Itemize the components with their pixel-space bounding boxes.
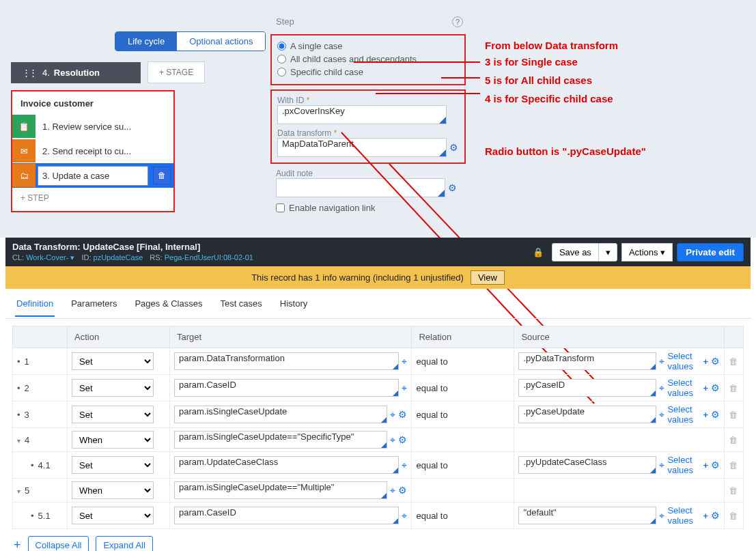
source-input[interactable]: .pyDataTransform — [518, 352, 656, 370]
crosshair-icon[interactable]: ⌖ — [390, 409, 395, 421]
gear-icon[interactable]: ⚙ — [711, 382, 720, 393]
dt-label: Data transform — [277, 128, 337, 138]
select-values-link[interactable]: Select values + — [667, 455, 708, 475]
target-input[interactable]: param.DataTransformation — [174, 352, 399, 370]
view-warnings-button[interactable]: View — [471, 270, 505, 285]
stage-name: Resolution — [54, 68, 100, 78]
gear-icon[interactable]: ⚙ — [711, 409, 720, 420]
delete-row-icon[interactable]: 🗑 — [729, 356, 738, 367]
stage-header: 4. Resolution + STAGE — [11, 61, 247, 83]
data-transform-ruleform: Data Transform: UpdateCase [Final, Inter… — [5, 238, 751, 551]
crosshair-icon[interactable]: ⌖ — [402, 356, 407, 367]
private-edit-button[interactable]: Private edit — [677, 243, 744, 262]
with-id-input[interactable]: .pxCoverInsKey — [277, 105, 447, 124]
enable-nav-checkbox[interactable]: Enable navigation link — [266, 197, 470, 218]
crosshair-icon[interactable]: ⌖ — [390, 485, 395, 496]
action-select[interactable]: Set — [72, 352, 154, 370]
tab-definition[interactable]: Definition — [15, 296, 55, 317]
case-icon: 🗂 — [12, 164, 36, 187]
save-as-button[interactable]: Save as — [552, 243, 598, 262]
step-row-2[interactable]: ✉ 2. Send receipt to cu... — [12, 139, 173, 163]
tab-test-cases[interactable]: Test cases — [219, 296, 263, 317]
gear-icon[interactable]: ⚙ — [449, 142, 458, 153]
select-values-link[interactable]: Select values + — [667, 378, 708, 398]
annotation-line4: 4 is for Specific child case — [485, 93, 613, 104]
gear-icon[interactable]: ⚙ — [711, 460, 720, 470]
tab-history[interactable]: History — [279, 296, 309, 317]
crosshair-icon[interactable]: ⌖ — [402, 382, 407, 394]
radio-specific-child[interactable]: Specific child case — [277, 66, 459, 79]
process-invoice-customer: Invoice customer 📋 1. Review service su.… — [11, 90, 175, 212]
collapse-all-button[interactable]: Collapse All — [28, 536, 89, 551]
delete-row-icon[interactable]: 🗑 — [729, 511, 738, 521]
delete-row-icon[interactable]: 🗑 — [729, 383, 738, 393]
add-stage-button[interactable]: + STAGE — [148, 61, 205, 83]
source-input[interactable]: .pyUpdateCaseClass — [518, 456, 656, 474]
delete-row-icon[interactable]: 🗑 — [729, 435, 738, 445]
help-icon[interactable]: ? — [452, 16, 463, 27]
target-input[interactable]: param.CaseID — [174, 507, 399, 524]
gear-icon[interactable]: ⚙ — [398, 485, 407, 496]
action-select[interactable]: Set — [72, 406, 154, 423]
add-row-button[interactable]: + — [14, 538, 21, 551]
source-input[interactable]: .pyCaseID — [518, 379, 656, 397]
action-select[interactable]: Set — [72, 456, 154, 474]
id-value[interactable]: pzUpdateCase — [94, 253, 143, 262]
lock-icon: 🔒 — [529, 247, 548, 257]
crosshair-icon[interactable]: ⌖ — [402, 460, 407, 471]
definition-grid: Action Target Relation Source 1 Set para… — [12, 326, 744, 529]
delete-row-icon[interactable]: 🗑 — [729, 485, 738, 496]
stage-chip-resolution[interactable]: 4. Resolution — [11, 62, 141, 83]
table-row: 1 Set param.DataTransformation ⌖ equal t… — [13, 348, 744, 375]
target-input[interactable]: param.isSingleCaseUpdate — [174, 406, 387, 423]
rs-value[interactable]: Pega-EndUserUI:08-02-01 — [165, 253, 253, 262]
crosshair-icon[interactable]: ⌖ — [402, 510, 407, 522]
crosshair-icon[interactable]: ⌖ — [659, 510, 664, 522]
save-as-dropdown[interactable]: ▾ — [598, 243, 617, 262]
relation-cell — [412, 479, 514, 503]
target-input[interactable]: param.CaseID — [174, 379, 399, 397]
select-values-link[interactable]: Select values + — [667, 351, 708, 371]
gear-icon[interactable]: ⚙ — [398, 434, 407, 445]
step-text-2: Send receipt to cu... — [52, 146, 131, 156]
action-select[interactable]: Set — [72, 379, 154, 397]
actions-menu-button[interactable]: Actions ▾ — [621, 243, 673, 262]
col-action: Action — [68, 326, 170, 348]
tab-parameters[interactable]: Parameters — [70, 296, 118, 317]
crosshair-icon[interactable]: ⌖ — [390, 434, 395, 446]
expand-all-button[interactable]: Expand All — [96, 536, 152, 551]
col-source: Source — [514, 326, 725, 348]
source-input[interactable]: .pyCaseUpdate — [518, 406, 656, 423]
add-step-button[interactable]: + STEP — [12, 188, 173, 208]
action-select[interactable]: Set — [72, 507, 154, 524]
delete-step-button[interactable]: 🗑 — [153, 167, 171, 184]
drag-handle-icon[interactable] — [22, 68, 38, 78]
gear-icon[interactable]: ⚙ — [398, 409, 407, 420]
crosshair-icon[interactable]: ⌖ — [659, 409, 664, 421]
gear-icon[interactable]: ⚙ — [448, 182, 457, 193]
tab-pages-classes[interactable]: Pages & Classes — [133, 296, 204, 317]
target-input[interactable]: param.UpdateCaseClass — [174, 456, 399, 474]
step-row-3-selected[interactable]: 🗂 3. Update a case 🗑 — [12, 163, 173, 188]
crosshair-icon[interactable]: ⌖ — [659, 382, 664, 394]
delete-row-icon[interactable]: 🗑 — [729, 460, 738, 470]
target-input[interactable]: param.isSingleCaseUpdate=="Multiple" — [174, 481, 387, 499]
action-select[interactable]: When — [72, 431, 154, 449]
step-row-1[interactable]: 📋 1. Review service su... — [12, 114, 173, 139]
select-values-link[interactable]: Select values + — [667, 505, 708, 526]
cl-value[interactable]: Work-Cover- — [26, 253, 68, 262]
select-values-link[interactable]: Select values + — [667, 404, 708, 425]
gear-icon[interactable]: ⚙ — [711, 510, 720, 521]
radio-single-case[interactable]: A single case — [277, 40, 459, 53]
audit-note-input[interactable] — [276, 178, 445, 197]
delete-row-icon[interactable]: 🗑 — [729, 410, 738, 420]
source-input[interactable]: "default" — [518, 507, 656, 524]
radio-all-child[interactable]: All child cases and descendants — [277, 53, 459, 66]
crosshair-icon[interactable]: ⌖ — [659, 356, 664, 367]
action-select[interactable]: When — [72, 481, 154, 499]
stage-number: 4. — [42, 68, 50, 78]
gear-icon[interactable]: ⚙ — [711, 356, 720, 367]
crosshair-icon[interactable]: ⌖ — [659, 460, 664, 471]
data-transform-input[interactable]: MapDataToParent — [277, 138, 447, 157]
target-input[interactable]: param.isSingleCaseUpdate=="SpecificType" — [174, 431, 387, 449]
